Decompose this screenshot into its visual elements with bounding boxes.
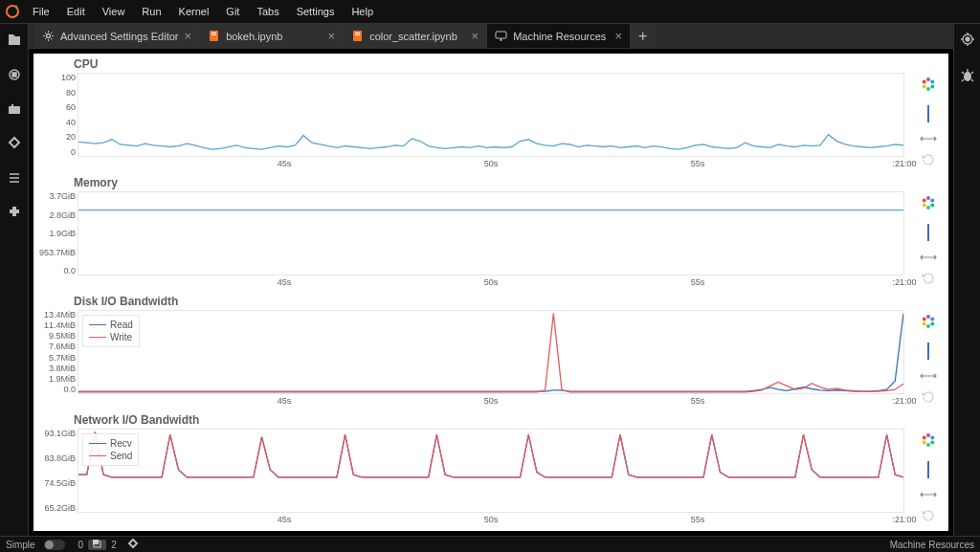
svg-point-32 bbox=[926, 324, 930, 328]
series-read bbox=[78, 314, 903, 392]
menu-settings[interactable]: Settings bbox=[288, 6, 344, 17]
menu-run[interactable]: Run bbox=[133, 6, 169, 17]
tab-2[interactable]: color_scatter.ipynb × bbox=[344, 24, 487, 48]
menu-tabs[interactable]: Tabs bbox=[248, 6, 287, 17]
legend-swatch bbox=[89, 324, 106, 325]
gear-icon bbox=[42, 30, 55, 42]
legend-swatch bbox=[89, 337, 106, 338]
add-tab-button[interactable]: + bbox=[631, 24, 656, 48]
notebook-icon bbox=[351, 30, 364, 42]
file-browser-icon[interactable] bbox=[6, 32, 23, 49]
reset-tool-icon[interactable] bbox=[919, 390, 938, 404]
legend-label: Write bbox=[110, 331, 132, 343]
menu-edit[interactable]: Edit bbox=[58, 6, 94, 17]
x-tick: 50s bbox=[484, 396, 499, 406]
toc-icon[interactable] bbox=[6, 135, 23, 152]
menu-view[interactable]: View bbox=[94, 6, 134, 17]
open-tabs-count[interactable]: 0 2 bbox=[78, 540, 117, 550]
legend-label: Send bbox=[110, 450, 132, 462]
x-tick: 45s bbox=[278, 159, 292, 168]
svg-point-1 bbox=[14, 6, 17, 9]
y-tick: 953.7MiB bbox=[39, 248, 76, 257]
y-tick: 13.4MiB bbox=[44, 310, 76, 320]
tab-1[interactable]: bokeh.ipynb × bbox=[200, 24, 344, 48]
bokeh-logo-icon[interactable] bbox=[921, 432, 936, 452]
y-tick: 3.7GiB bbox=[49, 191, 76, 201]
legend-item[interactable]: Recv bbox=[89, 437, 132, 450]
notebook-icon bbox=[208, 30, 220, 42]
reset-tool-icon[interactable] bbox=[919, 153, 938, 166]
x-axis: 45s50s55s:21:00 bbox=[78, 277, 904, 291]
reset-tool-icon[interactable] bbox=[919, 509, 938, 522]
x-tick: 55s bbox=[691, 159, 705, 168]
chart-title: Memory bbox=[74, 176, 118, 189]
bokeh-logo-icon[interactable] bbox=[921, 314, 936, 333]
close-icon[interactable]: × bbox=[185, 29, 192, 43]
menu-git[interactable]: Git bbox=[217, 6, 248, 17]
jupyter-logo[interactable] bbox=[0, 0, 24, 24]
menu-file[interactable]: File bbox=[24, 6, 58, 17]
close-icon[interactable]: × bbox=[472, 29, 479, 43]
menu-kernel[interactable]: Kernel bbox=[170, 6, 218, 17]
svg-point-22 bbox=[923, 80, 926, 84]
menu-help[interactable]: Help bbox=[343, 6, 382, 17]
pan-tool-icon[interactable] bbox=[919, 132, 938, 145]
series-write bbox=[78, 314, 903, 392]
toolbar-separator bbox=[927, 105, 929, 122]
legend-label: Read bbox=[110, 319, 133, 331]
y-tick: 1.9MiB bbox=[49, 374, 76, 384]
bokeh-logo-icon[interactable] bbox=[921, 195, 936, 214]
y-tick: 0.0 bbox=[63, 266, 76, 276]
svg-point-38 bbox=[926, 443, 930, 447]
y-tick: 7.6MiB bbox=[49, 342, 76, 351]
git-icon[interactable] bbox=[6, 100, 23, 118]
y-axis: 100806040200 bbox=[33, 73, 76, 157]
debugger-icon[interactable] bbox=[960, 68, 975, 87]
legend[interactable]: ReadWrite bbox=[82, 315, 140, 347]
y-tick: 20 bbox=[66, 132, 76, 142]
count-right: 2 bbox=[111, 540, 117, 550]
pan-tool-icon[interactable] bbox=[919, 251, 938, 264]
y-axis: 3.7GiB2.8GiB1.9GiB953.7MiB0.0 bbox=[33, 191, 76, 276]
x-tick: :21:00 bbox=[892, 277, 916, 287]
list-icon[interactable] bbox=[6, 169, 23, 187]
toggle-icon[interactable] bbox=[44, 540, 65, 550]
bokeh-logo-icon[interactable] bbox=[921, 77, 936, 96]
plot-area[interactable]: ReadWrite bbox=[78, 310, 904, 394]
plot-area[interactable]: RecvSend bbox=[78, 429, 904, 513]
x-tick: :21:00 bbox=[892, 515, 916, 524]
property-inspector-icon[interactable] bbox=[960, 32, 975, 51]
y-tick: 11.4MiB bbox=[44, 320, 76, 330]
svg-rect-15 bbox=[355, 34, 360, 35]
x-tick: 45s bbox=[278, 277, 292, 287]
y-tick: 9.5MiB bbox=[49, 331, 76, 341]
plot-area[interactable] bbox=[78, 73, 904, 157]
svg-rect-3 bbox=[12, 73, 16, 77]
x-axis: 45s50s55s:21:00 bbox=[78, 159, 904, 172]
close-icon[interactable]: × bbox=[328, 29, 336, 43]
running-icon[interactable] bbox=[6, 66, 23, 83]
legend-item[interactable]: Read bbox=[89, 319, 133, 331]
y-axis: 13.4MiB11.4MiB9.5MiB7.6MiB5.7MiB3.8MiB1.… bbox=[33, 310, 76, 394]
plot-area[interactable] bbox=[78, 191, 904, 276]
y-tick: 80 bbox=[66, 88, 76, 98]
svg-point-33 bbox=[923, 322, 926, 326]
svg-rect-4 bbox=[9, 106, 20, 114]
legend-item[interactable]: Write bbox=[89, 331, 133, 343]
tab-3[interactable]: Machine Resources × bbox=[487, 24, 631, 48]
simple-mode-toggle[interactable]: Simple bbox=[6, 540, 69, 550]
close-icon[interactable]: × bbox=[615, 29, 623, 43]
legend[interactable]: RecvSend bbox=[82, 433, 139, 466]
x-tick: :21:00 bbox=[892, 396, 916, 406]
status-bar: Simple 0 2 Machine Resources bbox=[0, 536, 980, 552]
svg-point-37 bbox=[930, 441, 934, 445]
svg-point-21 bbox=[923, 85, 926, 89]
legend-item[interactable]: Send bbox=[89, 450, 132, 462]
pan-tool-icon[interactable] bbox=[919, 369, 938, 383]
kernel-status-icon[interactable] bbox=[126, 538, 140, 551]
chart-title: Disk I/O Bandwidth bbox=[74, 295, 178, 308]
tab-0[interactable]: Advanced Settings Editor × bbox=[34, 24, 200, 48]
reset-tool-icon[interactable] bbox=[919, 272, 938, 285]
pan-tool-icon[interactable] bbox=[919, 488, 938, 501]
extension-icon[interactable] bbox=[6, 204, 23, 221]
